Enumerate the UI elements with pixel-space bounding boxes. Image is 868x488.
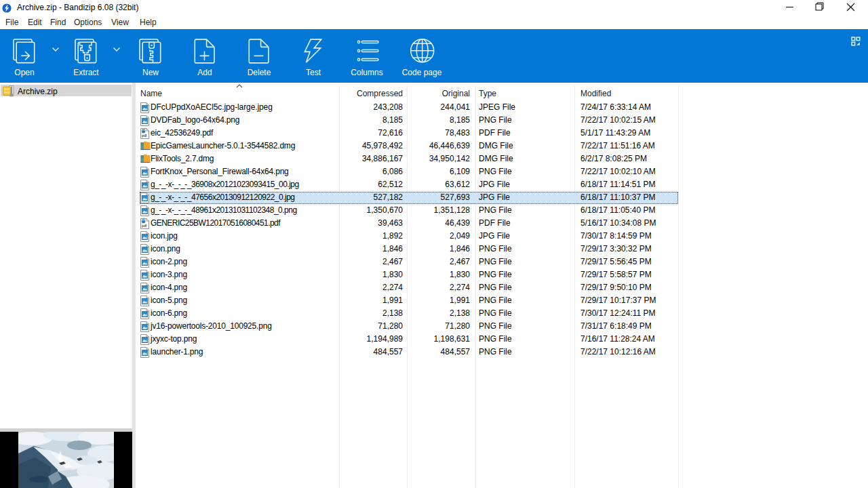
svg-text:pdf: pdf bbox=[142, 224, 147, 228]
svg-text:pdf: pdf bbox=[142, 134, 147, 138]
